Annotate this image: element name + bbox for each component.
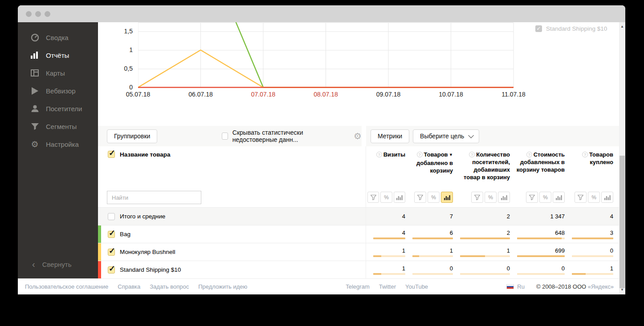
sidebar-item-funnel[interactable]: Сегменты — [18, 117, 98, 135]
sidebar-item-dashboard[interactable]: Сводка — [18, 28, 98, 46]
bars-filter-button[interactable] — [394, 192, 405, 203]
vertical-scrollbar[interactable]: ▲ ▼ — [619, 22, 625, 294]
footer-link[interactable]: Задать вопрос — [150, 283, 189, 290]
y-axis-tick: 1 — [98, 46, 133, 53]
legend-checkbox-checked[interactable]: ✓ — [535, 25, 542, 32]
percent-filter-button[interactable]: % — [428, 192, 440, 203]
settings-gear-icon[interactable]: ⚙ — [354, 131, 362, 141]
row-checkbox-checked[interactable] — [108, 231, 115, 238]
row-label: Standard Shipping $10 — [120, 266, 181, 273]
name-column-checkbox[interactable] — [108, 151, 115, 158]
value-bar — [517, 237, 565, 239]
row-checkbox-checked[interactable] — [108, 249, 115, 256]
sidebar-item-person[interactable]: Посетители — [18, 100, 98, 117]
metric-column-header[interactable]: ?Стоимость добавленных в корзину товаров — [510, 146, 565, 181]
search-input[interactable] — [107, 191, 201, 204]
chart-legend-item[interactable]: ✓ Standard Shipping $10 — [535, 25, 607, 32]
metric-value-cell: 1 — [453, 247, 510, 257]
sidebar-collapse-button[interactable]: ‹ Свернуть — [18, 256, 98, 272]
footer-social-link[interactable]: Twitter — [379, 283, 396, 290]
sidebar-item-gear[interactable]: ⚙Настройка — [18, 135, 98, 153]
sidebar-item-label: Сегменты — [46, 123, 77, 130]
row-color-stripe — [98, 261, 101, 278]
column-filter-group: % — [510, 192, 565, 203]
row-checkbox-unchecked[interactable] — [108, 213, 115, 220]
metric-value: 1 347 — [550, 213, 565, 220]
help-icon[interactable]: ? — [376, 152, 382, 157]
value-bar — [373, 273, 405, 275]
bars-filter-button[interactable] — [441, 192, 453, 203]
footer-link[interactable]: Предложить идею — [198, 283, 247, 290]
filter-filter-button[interactable] — [367, 192, 379, 203]
sidebar-item-label: Посетители — [46, 105, 82, 113]
scroll-down-arrow[interactable]: ▼ — [619, 287, 625, 293]
metric-value: 1 — [402, 247, 405, 254]
metric-value-cell: 7 — [405, 213, 453, 220]
footer-link[interactable]: Справка — [118, 283, 140, 290]
value-bar — [517, 255, 565, 257]
help-icon[interactable]: ? — [469, 152, 475, 157]
sidebar-item-play[interactable]: Вебвизор — [18, 82, 98, 100]
value-bar-fill — [412, 237, 453, 239]
value-bar-fill — [517, 237, 562, 239]
metric-value: 2 — [507, 229, 510, 236]
x-axis-date-label: 10.07.18 — [439, 91, 463, 98]
hide-unreliable-checkbox[interactable] — [222, 133, 228, 140]
metric-column-header[interactable]: ?Товаров ▼ добавлено в корзину — [405, 146, 453, 181]
metric-column-header[interactable]: ?Визиты — [366, 146, 405, 181]
language-switcher[interactable]: Ru — [506, 283, 525, 290]
metric-column-label: Товаров — [589, 151, 613, 158]
scroll-up-arrow[interactable]: ▲ — [619, 24, 625, 30]
filter-filter-button[interactable] — [471, 192, 483, 203]
metric-value: 699 — [555, 247, 565, 254]
filter-filter-button[interactable] — [414, 192, 426, 203]
value-bar — [373, 237, 405, 239]
table-row: Монокуляр Bushnell1116990 — [98, 243, 619, 261]
metric-value-cell: 699 — [510, 247, 565, 257]
metric-value: 1 — [507, 247, 510, 254]
scrollbar-thumb[interactable] — [620, 156, 625, 288]
help-icon[interactable]: ? — [526, 152, 532, 157]
footer-social-link[interactable]: YouTube — [405, 283, 428, 290]
chart-section: 1,510,50 05.07.1806.07.1807.07.1808.07.1… — [98, 22, 619, 126]
bars-filter-button[interactable] — [601, 192, 613, 203]
sidebar-item-maps[interactable]: Карты — [18, 64, 98, 82]
select-goal-dropdown[interactable]: Выберите цель — [413, 129, 479, 143]
metric-value-cell: 4 — [366, 213, 405, 220]
percent-filter-button[interactable]: % — [539, 192, 551, 203]
metric-value-cell: 6 — [405, 229, 453, 239]
sidebar-item-label: Карты — [46, 69, 65, 77]
groupings-button[interactable]: Группировки — [107, 129, 157, 143]
metric-column-header[interactable]: ?Количество посетителей, добавивших това… — [453, 146, 510, 181]
metric-value-cell: 1 — [565, 265, 613, 275]
bars-filter-button[interactable] — [498, 192, 510, 203]
metric-value: 0 — [450, 265, 453, 272]
percent-filter-button[interactable]: % — [380, 192, 392, 203]
copyright-org-link[interactable]: «Яндекс» — [588, 283, 614, 290]
filter-filter-button[interactable] — [526, 192, 538, 203]
row-checkbox-checked[interactable] — [108, 266, 115, 274]
filter-filter-button[interactable] — [575, 192, 587, 203]
metric-value: 1 — [450, 247, 453, 254]
window-control-dot[interactable] — [45, 11, 50, 17]
window-control-dot[interactable] — [35, 11, 41, 17]
metric-column-header[interactable]: ?Товаров куплено — [565, 146, 613, 181]
hide-unreliable-label: Скрывать статистически недостоверные дан… — [232, 129, 346, 143]
table-row: Bag4626483 — [98, 225, 619, 243]
help-icon[interactable]: ? — [417, 152, 423, 157]
help-icon[interactable]: ? — [582, 152, 588, 157]
percent-filter-button[interactable]: % — [485, 192, 497, 203]
footer-social-link[interactable]: Telegram — [346, 283, 369, 290]
copyright-text: © 2008–2018 ООО — [536, 283, 586, 290]
metric-value: 2 — [507, 213, 510, 220]
footer-link[interactable]: Пользовательское соглашение — [25, 283, 108, 290]
sidebar-item-bar-chart[interactable]: Отчёты — [18, 46, 98, 64]
window-control-dot[interactable] — [26, 11, 32, 17]
bars-filter-button[interactable] — [553, 192, 565, 203]
hide-unreliable-checkbox-group[interactable]: Скрывать статистически недостоверные дан… — [222, 129, 346, 143]
percent-filter-button[interactable]: % — [588, 192, 600, 203]
metrics-button[interactable]: Метрики — [371, 129, 409, 143]
sidebar-item-label: Отчёты — [46, 52, 69, 59]
line-chart — [138, 22, 514, 90]
column-filter-group: % — [453, 192, 510, 203]
